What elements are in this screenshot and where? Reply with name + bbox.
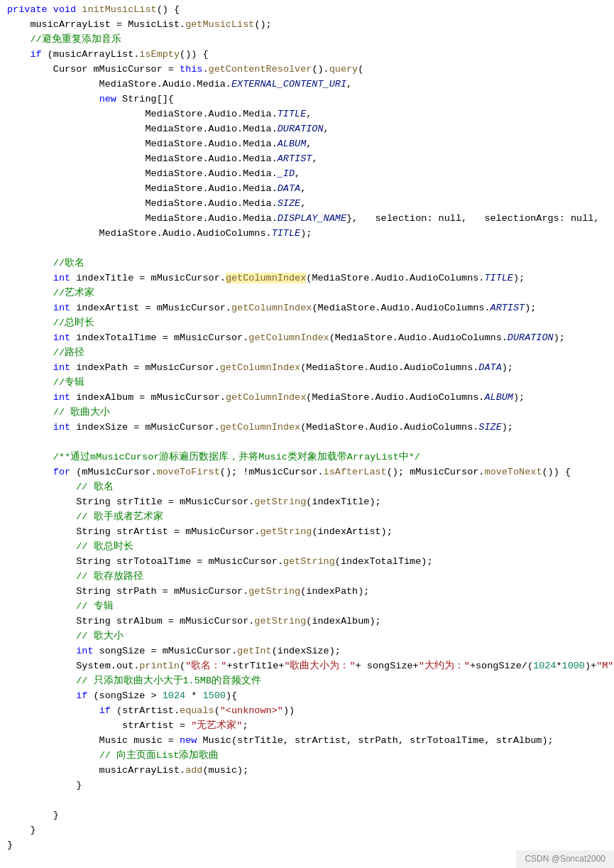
token: if <box>76 690 87 701</box>
code-line: musicArrayList.add(music); <box>0 764 614 779</box>
token: if <box>30 49 41 60</box>
token: indexTotalTime = mMusicCursor. <box>70 332 248 343</box>
token: String strTotoalTime = mMusicCursor. <box>7 556 283 567</box>
token: ()) { <box>542 467 571 477</box>
token: println <box>139 661 180 671</box>
token: MediaStore.Audio.Media. <box>7 124 278 134</box>
token: getString <box>254 616 306 626</box>
token: DURATION <box>508 332 554 343</box>
code-text: // 歌手或者艺术家 <box>7 510 607 525</box>
code-line: String strAlbum = mMusicCursor.getString… <box>0 614 614 629</box>
token: "歌名：" <box>185 661 226 671</box>
token: indexPath = mMusicCursor. <box>70 362 220 373</box>
code-text: // 向主页面List添加歌曲 <box>7 749 607 764</box>
code-line: MediaStore.Audio.Media.DISPLAY_NAME}, se… <box>0 212 614 227</box>
code-line: // 歌手或者艺术家 <box>0 510 614 525</box>
token: (); !mMusicCursor. <box>220 467 324 477</box>
token: _ID <box>278 168 295 179</box>
token <box>7 49 30 60</box>
token <box>7 571 76 582</box>
token: indexArtist = mMusicCursor. <box>70 303 231 313</box>
token: (MediaStore.Audio.AudioColumns. <box>306 392 484 403</box>
token: /**通过mMusicCursor游标遍历数据库，并将Music类对象加载带Ar… <box>53 452 420 462</box>
token: +strTitle+ <box>226 661 284 671</box>
token: TITLE <box>278 109 307 119</box>
token: String strPath = mMusicCursor. <box>7 586 248 597</box>
code-text: int indexTotalTime = mMusicCursor.getCol… <box>7 331 607 346</box>
code-text: System.out.println("歌名："+strTitle+"歌曲大小为… <box>7 659 614 674</box>
token: 1024 <box>163 690 185 701</box>
code-text: MediaStore.Audio.Media.ARTIST, <box>7 152 607 167</box>
token: Music(strTitle, strArtist, strPath, strT… <box>197 735 553 746</box>
code-line: MediaStore.Audio.AudioColumns.TITLE); <box>0 227 614 242</box>
code-text: String strAlbum = mMusicCursor.getString… <box>7 614 607 629</box>
code-line: int indexTotalTime = mMusicCursor.getCol… <box>0 331 614 346</box>
token: // 歌大小 <box>76 631 123 641</box>
code-line: if (strArtist.equals("<unknown>")) <box>0 704 614 719</box>
token: indexTitle = mMusicCursor. <box>70 273 226 283</box>
code-text: //总时长 <box>7 316 607 331</box>
code-line: //歌名 <box>0 256 614 271</box>
code-text: //歌名 <box>7 256 607 271</box>
token: ); <box>502 422 513 433</box>
token <box>7 511 76 522</box>
code-text: } <box>7 808 607 823</box>
code-text: MediaStore.Audio.Media.EXTERNAL_CONTENT_… <box>7 77 607 92</box>
token: // 歌总时长 <box>76 541 133 552</box>
token: (music); <box>202 765 248 776</box>
token <box>7 690 76 701</box>
code-text: //艺术家 <box>7 286 607 301</box>
code-line: //总时长 <box>0 316 614 331</box>
code-line: // 向主页面List添加歌曲 <box>0 749 614 764</box>
token: getContentResolver <box>209 64 312 75</box>
code-line: if (musicArrayList.isEmpty()) { <box>0 48 614 63</box>
token: "歌曲大小为：" <box>284 661 355 671</box>
token: Music music = <box>7 735 180 746</box>
token: //专辑 <box>53 377 84 388</box>
code-line: System.out.println("歌名："+strTitle+"歌曲大小为… <box>0 659 614 674</box>
token: songSize = mMusicCursor. <box>94 646 238 656</box>
token: }, selection: null, selectionArgs: null, <box>346 213 599 224</box>
token: //路径 <box>53 347 84 358</box>
code-line: //专辑 <box>0 376 614 391</box>
token: equals <box>180 705 214 716</box>
token: this <box>180 64 202 75</box>
token: MediaStore.Audio.Media. <box>7 198 278 209</box>
token: (indexTotalTime); <box>335 556 433 567</box>
code-text: String strTotoalTime = mMusicCursor.getS… <box>7 555 607 570</box>
token: (indexArtist); <box>312 526 392 537</box>
token: MediaStore.Audio.Media. <box>7 168 278 179</box>
code-text: int indexPath = mMusicCursor.getColumnIn… <box>7 361 607 376</box>
token <box>7 318 53 328</box>
token: 1500 <box>202 690 225 701</box>
code-text: MediaStore.Audio.AudioColumns.TITLE); <box>7 227 607 242</box>
token: musicArrayList = MusicList. <box>7 19 185 30</box>
token: (MediaStore.Audio.AudioColumns. <box>312 303 490 313</box>
token <box>7 34 30 45</box>
token <box>7 676 76 686</box>
token: ARTIST <box>490 303 525 313</box>
code-text: // 歌名 <box>7 480 607 495</box>
token <box>7 750 99 761</box>
code-text: if (strArtist.equals("<unknown>")) <box>7 704 607 719</box>
token: int <box>53 422 70 433</box>
token: DISPLAY_NAME <box>278 213 346 224</box>
token <box>7 422 53 433</box>
token: new <box>99 94 116 104</box>
token: isAfterLast <box>324 467 387 477</box>
token: int <box>53 303 70 313</box>
token: ){ <box>226 690 237 701</box>
token <box>7 94 99 104</box>
token: 1000 <box>562 661 585 671</box>
token: for <box>53 467 70 477</box>
token: . <box>202 64 208 75</box>
token <box>7 452 53 462</box>
code-text: String strArtist = mMusicCursor.getStrin… <box>7 525 607 540</box>
code-line: for (mMusicCursor.moveToFirst(); !mMusic… <box>0 465 614 480</box>
token: Cursor mMusicCursor = <box>7 64 180 75</box>
token: (); mMusicCursor. <box>387 467 485 477</box>
code-line: if (songSize > 1024 * 1500){ <box>0 689 614 704</box>
token: moveToFirst <box>157 467 220 477</box>
code-line: /**通过mMusicCursor游标遍历数据库，并将Music类对象加载带Ar… <box>0 450 614 465</box>
token: // 歌曲大小 <box>53 407 110 418</box>
